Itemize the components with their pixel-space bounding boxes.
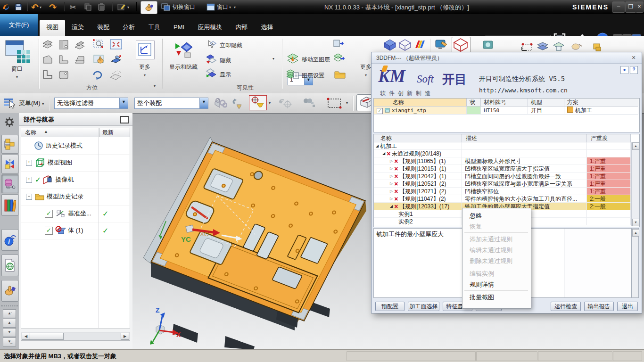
hscroll-right-arrow[interactable]: ▶ [121, 333, 129, 340]
rule-row[interactable]: ▷×【规则|12052】(2)凹槽狭窄区域深度与最小宽度满足一定关系1:严重 [374, 180, 631, 188]
gc-toolbox-icon[interactable] [302, 97, 317, 111]
rule-name-cell[interactable]: ◢×未通过规则(20/148) [374, 150, 462, 157]
rules-table-scrollbar[interactable]: ▲ ▼ [631, 142, 639, 226]
dfm-dialog-title[interactable]: 3DDFM--- （超级管理员） [372, 52, 642, 64]
show-hide-button[interactable]: 显示和隐藏 [166, 63, 201, 71]
hscroll-left-arrow[interactable]: ◀ [22, 333, 30, 340]
palette-scroll-down[interactable]: ▼ [3, 328, 16, 337]
rules-col-3[interactable]: 严重度 [587, 134, 631, 142]
move-to-layer-icon[interactable] [287, 53, 299, 66]
constraint-navigator-button[interactable] [1, 155, 18, 173]
view-left-icon[interactable] [58, 55, 70, 66]
part-checkbox[interactable]: ✓ [377, 108, 383, 114]
minimize-button[interactable]: – [612, 1, 625, 13]
view-trimetric-icon[interactable] [41, 40, 54, 51]
fit-view-icon[interactable] [109, 39, 123, 51]
undock-panel-button[interactable] [120, 116, 129, 123]
perspective-icon[interactable] [108, 69, 123, 82]
rule-row[interactable]: ▷×【规则|11065】(1)模型漏标最大外形尺寸1:严重 [374, 157, 631, 165]
rules-col-2[interactable]: 描述 [462, 134, 587, 142]
dialog-button-退出[interactable]: 退出 [617, 302, 638, 311]
rule-name-cell[interactable]: 实例2 [374, 218, 462, 225]
rule-desc-cell[interactable] [462, 142, 587, 150]
tree-expander-icon[interactable]: − [26, 194, 32, 200]
static-wireframe-icon[interactable] [452, 37, 471, 54]
studio-render-icon[interactable] [413, 39, 426, 52]
hand-layers-icon[interactable] [570, 41, 583, 52]
select-assembly-icon[interactable] [213, 97, 227, 111]
parts-table-row[interactable]: ✓xiangti_stpHT150开目机加工 [374, 107, 639, 115]
menu-item-规则详情[interactable]: 规则详情 [463, 279, 535, 290]
rect-select-caret[interactable]: ▾ [346, 101, 348, 105]
tab-工具[interactable]: 工具 [141, 20, 167, 36]
view-right-icon[interactable] [74, 55, 86, 66]
roles-gear-icon[interactable] [4, 117, 15, 129]
selection-filter-combo[interactable]: 无选择过滤器 ▼ [54, 98, 128, 109]
dialog-button-加工面选择[interactable]: 加工面选择 [408, 302, 439, 311]
copy-button[interactable] [84, 1, 92, 13]
navigator-row[interactable]: +模型视图 [21, 154, 134, 172]
parts-col-5[interactable]: 方案 [564, 99, 638, 107]
paste-button[interactable] [97, 1, 106, 13]
cut-button[interactable]: ✂ [70, 1, 76, 13]
collapsed-icon[interactable]: ▷ [390, 195, 393, 203]
tab-视图[interactable]: 视图 [40, 20, 65, 36]
show-hide-icon[interactable] [173, 40, 193, 62]
shaded-with-edges-icon[interactable] [383, 39, 396, 52]
rule-name-cell[interactable]: ▷×【规则|11065】(1) [374, 157, 462, 165]
tree-expander-icon[interactable]: + [26, 177, 32, 183]
undo-button[interactable]: ↶▾ [31, 1, 41, 13]
window-menu-button[interactable]: 窗口 ▾▾ [206, 1, 236, 13]
navigator-row[interactable]: −模型历史记录 [21, 188, 134, 206]
rule-desc-cell[interactable]: 零件的槽腔转角的大小决定加工刀具的直径... [462, 195, 587, 203]
tab-装配[interactable]: 装配 [91, 20, 116, 36]
expanded-icon[interactable]: ◢ [390, 203, 393, 210]
menu-button[interactable]: 菜单(M) ▾ [19, 99, 44, 107]
redo-button[interactable]: ↷ [49, 1, 57, 13]
rule-name-cell[interactable]: ◢机加工 [374, 142, 462, 150]
menu-item-批量截图[interactable]: 批量截图 [463, 292, 535, 303]
dfm-close-icon[interactable]: × [629, 54, 638, 62]
detail-scrollbar[interactable]: ▲ [631, 228, 639, 298]
parts-col-3[interactable]: 材料牌号 [481, 99, 528, 107]
touch-panel-button[interactable] [1, 280, 18, 302]
history-palette-button[interactable] [1, 255, 18, 276]
part-navigator-button[interactable] [1, 174, 18, 193]
wireframe-icon[interactable] [398, 39, 412, 52]
window-button[interactable]: 窗口▾ [4, 65, 30, 80]
rule-name-cell[interactable]: ▷×【规则|12015】(1) [374, 165, 462, 173]
rules-col-1[interactable]: 名称 [374, 134, 462, 142]
part-name-cell[interactable]: ✓xiangti_stp [374, 107, 467, 115]
scroll-down-arrow[interactable]: ▼ [632, 219, 639, 226]
parts-col-2[interactable]: 状态 [467, 99, 481, 107]
reuse-library-button[interactable] [1, 194, 18, 216]
layer-folder-icon[interactable] [334, 69, 346, 82]
collapsed-icon[interactable]: ▷ [390, 173, 393, 180]
format-edit-button[interactable]: ▾ [117, 1, 129, 13]
selection-scope-combo[interactable]: 整个装配 ▼ [134, 98, 208, 109]
view-isometric-icon[interactable] [74, 40, 86, 51]
immediate-hide-icon[interactable] [206, 40, 217, 50]
dialog-button-输出报告[interactable]: 输出报告 [584, 302, 614, 311]
navigator-column-header[interactable]: 名称 ▲ 最新 [21, 128, 130, 138]
rule-name-cell[interactable]: 实例1 [374, 210, 462, 218]
rule-desc-cell[interactable]: 凹槽狭窄区域宽度应该大于指定值 [462, 165, 587, 173]
parts-col-1[interactable]: 名称 [374, 99, 467, 107]
navigator-row[interactable]: +✓摄像机 [21, 171, 134, 189]
tree-checkbox[interactable]: ✓ [45, 227, 53, 235]
touch-mode-button[interactable] [140, 1, 157, 14]
dfm-about-button[interactable]: ● [620, 66, 628, 74]
layer-settings-icon[interactable] [286, 69, 299, 82]
rule-row[interactable]: ▷×【规则|12071】(2)凹槽狭窄部位1:严重 [374, 188, 631, 195]
collapsed-icon[interactable]: ▷ [390, 165, 393, 173]
rule-name-cell[interactable]: ▷×【规则|12052】(2) [374, 180, 462, 188]
hide-more-caret[interactable]: ▾ [272, 57, 274, 61]
hide-icon[interactable] [206, 54, 217, 66]
show-button[interactable]: 显示 [220, 71, 231, 79]
dfm-help-button[interactable]: ? [630, 66, 638, 74]
restore-button[interactable]: ❐ [625, 1, 636, 13]
hscroll-thumb[interactable] [30, 333, 64, 340]
rule-desc-cell[interactable]: 凹槽狭窄部位 [462, 188, 587, 195]
collapsed-icon[interactable]: ▷ [390, 157, 393, 165]
dialog-button-预配置[interactable]: 预配置 [375, 302, 405, 311]
